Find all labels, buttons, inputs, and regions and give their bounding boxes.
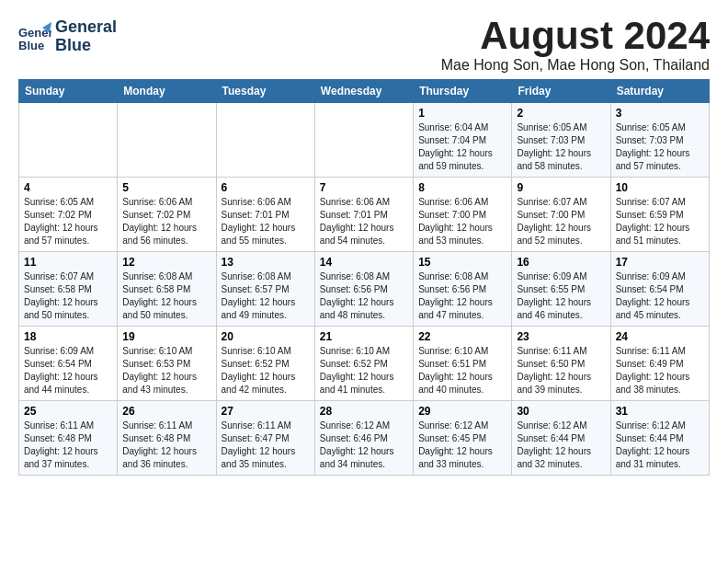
day-info: Sunrise: 6:05 AM Sunset: 7:03 PM Dayligh… bbox=[517, 121, 605, 173]
day-number: 25 bbox=[24, 405, 112, 418]
day-number: 2 bbox=[517, 107, 605, 120]
calendar-cell: 2Sunrise: 6:05 AM Sunset: 7:03 PM Daylig… bbox=[512, 103, 610, 178]
calendar-table: SundayMondayTuesdayWednesdayThursdayFrid… bbox=[18, 79, 710, 476]
calendar-cell: 23Sunrise: 6:11 AM Sunset: 6:50 PM Dayli… bbox=[512, 327, 610, 401]
day-info: Sunrise: 6:10 AM Sunset: 6:52 PM Dayligh… bbox=[320, 345, 408, 396]
day-info: Sunrise: 6:12 AM Sunset: 6:46 PM Dayligh… bbox=[320, 419, 408, 471]
day-number: 5 bbox=[122, 181, 210, 194]
calendar-cell bbox=[118, 103, 216, 178]
calendar-week-2: 4Sunrise: 6:05 AM Sunset: 7:02 PM Daylig… bbox=[19, 178, 710, 252]
calendar-cell: 15Sunrise: 6:08 AM Sunset: 6:56 PM Dayli… bbox=[414, 252, 512, 327]
calendar-cell: 28Sunrise: 6:12 AM Sunset: 6:46 PM Dayli… bbox=[314, 401, 413, 476]
day-number: 30 bbox=[517, 405, 605, 418]
calendar-cell: 21Sunrise: 6:10 AM Sunset: 6:52 PM Dayli… bbox=[314, 327, 413, 401]
logo-name-line2: Blue bbox=[55, 37, 117, 55]
title-block: August 2024 Mae Hong Son, Mae Hong Son, … bbox=[441, 15, 710, 74]
calendar-cell: 22Sunrise: 6:10 AM Sunset: 6:51 PM Dayli… bbox=[414, 327, 512, 401]
day-number: 14 bbox=[320, 256, 408, 269]
day-info: Sunrise: 6:04 AM Sunset: 7:04 PM Dayligh… bbox=[418, 121, 506, 173]
day-number: 13 bbox=[222, 256, 310, 269]
day-number: 27 bbox=[222, 405, 310, 418]
calendar-cell: 18Sunrise: 6:09 AM Sunset: 6:54 PM Dayli… bbox=[19, 327, 118, 401]
calendar-cell: 3Sunrise: 6:05 AM Sunset: 7:03 PM Daylig… bbox=[610, 103, 709, 178]
calendar-cell: 17Sunrise: 6:09 AM Sunset: 6:54 PM Dayli… bbox=[610, 252, 709, 327]
day-info: Sunrise: 6:08 AM Sunset: 6:56 PM Dayligh… bbox=[320, 270, 408, 322]
weekday-header-monday: Monday bbox=[118, 80, 216, 103]
day-number: 4 bbox=[24, 181, 112, 194]
day-number: 7 bbox=[320, 181, 408, 194]
weekday-header-thursday: Thursday bbox=[414, 80, 512, 103]
calendar-cell: 4Sunrise: 6:05 AM Sunset: 7:02 PM Daylig… bbox=[19, 178, 118, 252]
header: General Blue General Blue August 2024 Ma… bbox=[18, 15, 710, 74]
day-info: Sunrise: 6:11 AM Sunset: 6:49 PM Dayligh… bbox=[616, 345, 704, 396]
day-number: 24 bbox=[616, 330, 704, 343]
calendar-cell: 7Sunrise: 6:06 AM Sunset: 7:01 PM Daylig… bbox=[314, 178, 413, 252]
day-info: Sunrise: 6:07 AM Sunset: 6:59 PM Dayligh… bbox=[616, 196, 704, 247]
logo-icon: General Blue bbox=[18, 20, 51, 53]
day-info: Sunrise: 6:11 AM Sunset: 6:48 PM Dayligh… bbox=[122, 419, 210, 471]
day-number: 16 bbox=[517, 256, 605, 269]
calendar-header: SundayMondayTuesdayWednesdayThursdayFrid… bbox=[19, 80, 710, 103]
day-info: Sunrise: 6:10 AM Sunset: 6:53 PM Dayligh… bbox=[122, 345, 210, 396]
day-number: 9 bbox=[517, 181, 605, 194]
day-info: Sunrise: 6:06 AM Sunset: 7:01 PM Dayligh… bbox=[320, 196, 408, 247]
calendar-cell bbox=[19, 103, 118, 178]
calendar-title: August 2024 bbox=[441, 15, 710, 57]
day-info: Sunrise: 6:12 AM Sunset: 6:45 PM Dayligh… bbox=[418, 419, 506, 471]
day-info: Sunrise: 6:11 AM Sunset: 6:50 PM Dayligh… bbox=[517, 345, 605, 396]
day-info: Sunrise: 6:07 AM Sunset: 6:58 PM Dayligh… bbox=[24, 270, 112, 322]
calendar-cell: 12Sunrise: 6:08 AM Sunset: 6:58 PM Dayli… bbox=[118, 252, 216, 327]
day-info: Sunrise: 6:06 AM Sunset: 7:01 PM Dayligh… bbox=[222, 196, 310, 247]
day-number: 20 bbox=[222, 330, 310, 343]
day-info: Sunrise: 6:05 AM Sunset: 7:03 PM Dayligh… bbox=[616, 121, 704, 173]
day-info: Sunrise: 6:08 AM Sunset: 6:56 PM Dayligh… bbox=[418, 270, 506, 322]
logo-name-line1: General bbox=[55, 18, 117, 37]
calendar-cell: 9Sunrise: 6:07 AM Sunset: 7:00 PM Daylig… bbox=[512, 178, 610, 252]
calendar-cell bbox=[314, 103, 413, 178]
calendar-cell: 20Sunrise: 6:10 AM Sunset: 6:52 PM Dayli… bbox=[216, 327, 314, 401]
day-info: Sunrise: 6:08 AM Sunset: 6:57 PM Dayligh… bbox=[222, 270, 310, 322]
day-number: 28 bbox=[320, 405, 408, 418]
day-number: 22 bbox=[418, 330, 506, 343]
day-number: 26 bbox=[122, 405, 210, 418]
calendar-cell: 30Sunrise: 6:12 AM Sunset: 6:44 PM Dayli… bbox=[512, 401, 610, 476]
calendar-cell: 5Sunrise: 6:06 AM Sunset: 7:02 PM Daylig… bbox=[118, 178, 216, 252]
calendar-cell: 19Sunrise: 6:10 AM Sunset: 6:53 PM Dayli… bbox=[118, 327, 216, 401]
day-info: Sunrise: 6:08 AM Sunset: 6:58 PM Dayligh… bbox=[122, 270, 210, 322]
day-info: Sunrise: 6:10 AM Sunset: 6:52 PM Dayligh… bbox=[222, 345, 310, 396]
day-info: Sunrise: 6:11 AM Sunset: 6:48 PM Dayligh… bbox=[24, 419, 112, 471]
calendar-cell: 8Sunrise: 6:06 AM Sunset: 7:00 PM Daylig… bbox=[414, 178, 512, 252]
day-number: 31 bbox=[616, 405, 704, 418]
day-number: 21 bbox=[320, 330, 408, 343]
day-info: Sunrise: 6:09 AM Sunset: 6:54 PM Dayligh… bbox=[616, 270, 704, 322]
day-number: 8 bbox=[418, 181, 506, 194]
day-number: 17 bbox=[616, 256, 704, 269]
day-number: 3 bbox=[616, 107, 704, 120]
day-number: 6 bbox=[222, 181, 310, 194]
weekday-header-sunday: Sunday bbox=[19, 80, 118, 103]
day-number: 1 bbox=[418, 107, 506, 120]
calendar-cell: 6Sunrise: 6:06 AM Sunset: 7:01 PM Daylig… bbox=[216, 178, 314, 252]
calendar-subtitle: Mae Hong Son, Mae Hong Son, Thailand bbox=[441, 57, 710, 74]
calendar-cell: 16Sunrise: 6:09 AM Sunset: 6:55 PM Dayli… bbox=[512, 252, 610, 327]
svg-text:Blue: Blue bbox=[18, 39, 44, 52]
weekday-header-wednesday: Wednesday bbox=[314, 80, 413, 103]
day-info: Sunrise: 6:06 AM Sunset: 7:00 PM Dayligh… bbox=[418, 196, 506, 247]
calendar-cell: 13Sunrise: 6:08 AM Sunset: 6:57 PM Dayli… bbox=[216, 252, 314, 327]
day-number: 19 bbox=[122, 330, 210, 343]
calendar-cell: 1Sunrise: 6:04 AM Sunset: 7:04 PM Daylig… bbox=[414, 103, 512, 178]
calendar-cell: 27Sunrise: 6:11 AM Sunset: 6:47 PM Dayli… bbox=[216, 401, 314, 476]
weekday-header-friday: Friday bbox=[512, 80, 610, 103]
calendar-cell: 11Sunrise: 6:07 AM Sunset: 6:58 PM Dayli… bbox=[19, 252, 118, 327]
logo: General Blue General Blue bbox=[18, 18, 117, 55]
day-info: Sunrise: 6:10 AM Sunset: 6:51 PM Dayligh… bbox=[418, 345, 506, 396]
calendar-week-1: 1Sunrise: 6:04 AM Sunset: 7:04 PM Daylig… bbox=[19, 103, 710, 178]
calendar-cell: 26Sunrise: 6:11 AM Sunset: 6:48 PM Dayli… bbox=[118, 401, 216, 476]
calendar-cell: 25Sunrise: 6:11 AM Sunset: 6:48 PM Dayli… bbox=[19, 401, 118, 476]
day-info: Sunrise: 6:06 AM Sunset: 7:02 PM Dayligh… bbox=[122, 196, 210, 247]
calendar-cell: 10Sunrise: 6:07 AM Sunset: 6:59 PM Dayli… bbox=[610, 178, 709, 252]
day-number: 10 bbox=[616, 181, 704, 194]
day-info: Sunrise: 6:12 AM Sunset: 6:44 PM Dayligh… bbox=[616, 419, 704, 471]
day-number: 23 bbox=[517, 330, 605, 343]
day-number: 12 bbox=[122, 256, 210, 269]
